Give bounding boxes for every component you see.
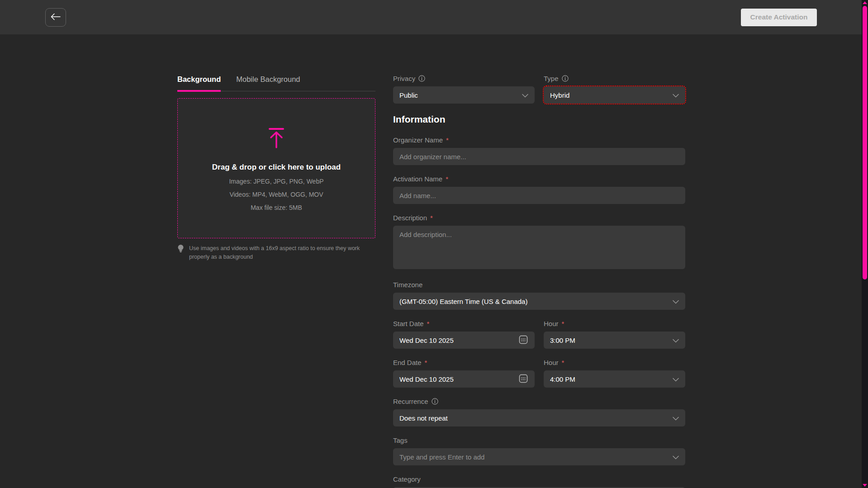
- chevron-down-icon: [673, 336, 679, 344]
- dropzone-videos-formats: Videos: MP4, WebM, OGG, MOV: [229, 191, 323, 198]
- info-icon: [432, 398, 438, 405]
- section-title-information: Information: [393, 114, 685, 125]
- chevron-down-icon: [673, 453, 679, 461]
- scrollbar-up-arrow-icon[interactable]: [863, 1, 867, 4]
- lightbulb-icon: [177, 244, 184, 261]
- start-hour-label: Hour*: [544, 320, 685, 327]
- end-hour-label: Hour*: [544, 359, 685, 366]
- end-hour-select[interactable]: 4:00 PM: [544, 370, 685, 388]
- activation-name-label: Activation Name*: [393, 175, 685, 183]
- activation-form: Privacy Public Type: [393, 75, 685, 488]
- aspect-ratio-tip: Use images and videos with a 16x9 aspect…: [177, 244, 367, 261]
- create-activation-button[interactable]: Create Activation: [741, 9, 817, 26]
- dropzone-max-size: Max file size: 5MB: [251, 204, 302, 211]
- chevron-down-icon: [673, 375, 679, 383]
- upload-arrow-icon: [268, 128, 285, 151]
- dropzone-images-formats: Images: JPEG, JPG, PNG, WebP: [229, 178, 323, 185]
- info-icon: [562, 75, 569, 82]
- tip-text: Use images and videos with a 16x9 aspect…: [189, 244, 367, 261]
- chevron-down-icon: [673, 298, 679, 305]
- activation-name-input[interactable]: [393, 187, 685, 204]
- category-label: Category: [393, 475, 685, 483]
- info-icon: [418, 75, 425, 82]
- topbar: Create Activation: [0, 0, 868, 34]
- timezone-label: Timezone: [393, 281, 685, 289]
- chevron-down-icon: [673, 91, 679, 99]
- type-label: Type: [544, 75, 685, 82]
- timezone-select[interactable]: (GMT-05:00) Eastern Time (US & Canada): [393, 293, 685, 310]
- tab-background[interactable]: Background: [177, 75, 221, 92]
- scrollbar-down-arrow-icon[interactable]: [863, 484, 867, 487]
- organizer-name-label: Organizer Name*: [393, 136, 685, 144]
- chevron-down-icon: [522, 91, 528, 99]
- scrollbar-thumb[interactable]: [863, 6, 867, 280]
- tags-input[interactable]: Type and press Enter to add: [393, 448, 685, 465]
- chevron-down-icon: [673, 414, 679, 422]
- type-select[interactable]: Hybrid: [544, 86, 685, 104]
- upload-dropzone[interactable]: Drag & drop or click here to upload Imag…: [177, 98, 375, 238]
- tags-label: Tags: [393, 436, 685, 444]
- end-date-input[interactable]: Wed Dec 10 2025: [393, 370, 535, 388]
- calendar-icon: [518, 335, 528, 346]
- description-textarea[interactable]: [393, 226, 685, 269]
- start-hour-select[interactable]: 3:00 PM: [544, 332, 685, 349]
- start-date-input[interactable]: Wed Dec 10 2025: [393, 332, 535, 349]
- organizer-name-input[interactable]: [393, 148, 685, 165]
- privacy-select[interactable]: Public: [393, 86, 535, 104]
- recurrence-label: Recurrence: [393, 398, 685, 405]
- recurrence-select[interactable]: Does not repeat: [393, 409, 685, 426]
- back-button[interactable]: [45, 8, 66, 27]
- calendar-icon: [518, 374, 528, 385]
- privacy-label: Privacy: [393, 75, 535, 82]
- dropzone-title: Drag & drop or click here to upload: [212, 163, 341, 172]
- tab-mobile-background[interactable]: Mobile Background: [236, 75, 300, 92]
- start-date-label: Start Date*: [393, 320, 535, 327]
- end-date-label: End Date*: [393, 359, 535, 366]
- description-label: Description*: [393, 214, 685, 222]
- arrow-left-icon: [51, 13, 61, 22]
- background-upload-panel: Background Mobile Background Drag & drop…: [177, 75, 375, 261]
- page-scrollbar[interactable]: [862, 0, 868, 488]
- background-tabs: Background Mobile Background: [177, 75, 375, 91]
